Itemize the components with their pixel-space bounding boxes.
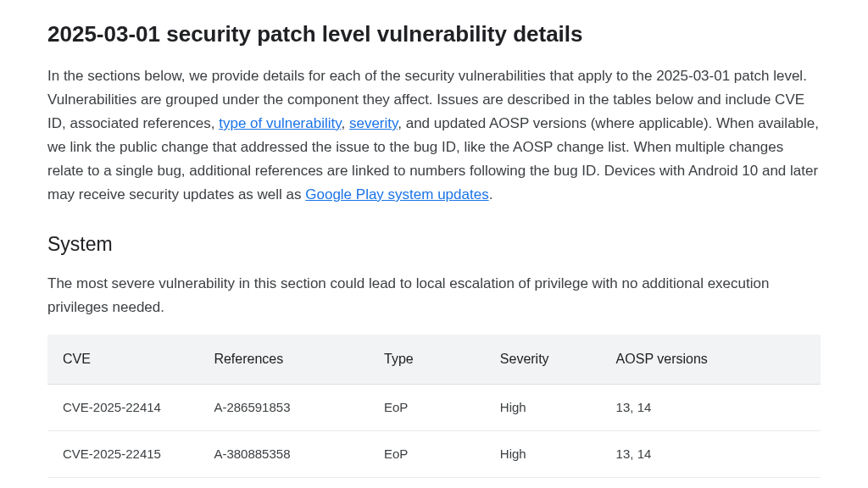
- section-title-system: System: [47, 229, 821, 260]
- cell-cve: CVE-2025-22415: [47, 430, 202, 477]
- link-type-of-vulnerability[interactable]: type of vulnerability: [219, 115, 341, 131]
- cell-references: A-286591853: [202, 384, 372, 430]
- intro-paragraph: In the sections below, we provide detail…: [47, 64, 821, 207]
- intro-text-2: ,: [341, 115, 348, 131]
- page-title: 2025-03-01 security patch level vulnerab…: [47, 20, 821, 49]
- header-references: References: [202, 335, 372, 384]
- link-severity[interactable]: severity: [349, 115, 398, 131]
- cell-type: EoP: [372, 430, 488, 477]
- section-description: The most severe vulnerability in this se…: [47, 272, 821, 319]
- table-row: CVE-2025-22415 A-380885358 EoP High 13, …: [47, 430, 821, 477]
- cell-references: A-380885358: [202, 430, 372, 477]
- cell-aosp: 13, 14: [604, 384, 821, 430]
- cell-aosp: 13, 14: [604, 430, 821, 477]
- cell-severity: High: [488, 384, 604, 430]
- link-google-play-updates[interactable]: Google Play system updates: [305, 186, 488, 202]
- header-severity: Severity: [488, 335, 604, 384]
- header-type: Type: [372, 335, 488, 384]
- table-row: CVE-2025-22414 A-286591853 EoP High 13, …: [47, 384, 821, 430]
- header-aosp: AOSP versions: [604, 335, 821, 384]
- header-cve: CVE: [47, 335, 202, 384]
- cell-type: EoP: [372, 384, 488, 430]
- vulnerabilities-table: CVE References Type Severity AOSP versio…: [47, 335, 821, 478]
- cell-severity: High: [488, 430, 604, 477]
- intro-text-4: .: [489, 186, 493, 202]
- table-header-row: CVE References Type Severity AOSP versio…: [47, 335, 821, 384]
- cell-cve: CVE-2025-22414: [47, 384, 202, 430]
